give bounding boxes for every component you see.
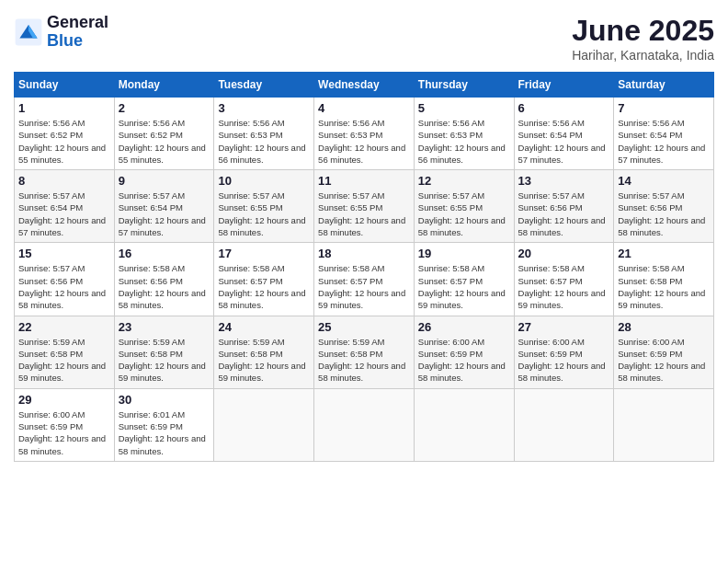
day-number: 7	[618, 101, 710, 115]
day-info: Sunrise: 5:56 AM Sunset: 6:53 PM Dayligh…	[218, 117, 310, 166]
day-cell: 21 Sunrise: 5:58 AM Sunset: 6:58 PM Dayl…	[614, 243, 714, 316]
day-number: 15	[18, 247, 110, 260]
day-number: 19	[418, 247, 510, 260]
day-number: 1	[18, 101, 110, 115]
day-cell: 8 Sunrise: 5:57 AM Sunset: 6:54 PM Dayli…	[15, 170, 115, 243]
day-number: 24	[218, 320, 310, 334]
day-info: Sunrise: 5:57 AM Sunset: 6:54 PM Dayligh…	[18, 190, 110, 238]
day-number: 27	[518, 320, 610, 334]
day-number: 4	[318, 101, 410, 115]
day-info: Sunrise: 5:58 AM Sunset: 6:56 PM Dayligh…	[119, 262, 210, 311]
week-row-4: 22 Sunrise: 5:59 AM Sunset: 6:58 PM Dayl…	[15, 316, 714, 388]
day-number: 2	[119, 101, 210, 115]
day-info: Sunrise: 5:57 AM Sunset: 6:55 PM Dayligh…	[218, 190, 310, 238]
column-header-monday: Monday	[114, 73, 214, 98]
day-info: Sunrise: 6:00 AM Sunset: 6:59 PM Dayligh…	[618, 336, 710, 385]
month-year: June 2025	[572, 14, 714, 48]
day-info: Sunrise: 5:57 AM Sunset: 6:56 PM Dayligh…	[618, 190, 710, 238]
day-cell: 5 Sunrise: 5:56 AM Sunset: 6:53 PM Dayli…	[414, 98, 514, 170]
day-cell: 30 Sunrise: 6:01 AM Sunset: 6:59 PM Dayl…	[114, 388, 214, 461]
day-number: 13	[518, 174, 610, 188]
day-number: 26	[418, 320, 510, 334]
day-cell: 1 Sunrise: 5:56 AM Sunset: 6:52 PM Dayli…	[15, 98, 115, 170]
day-cell: 6 Sunrise: 5:56 AM Sunset: 6:54 PM Dayli…	[514, 98, 614, 170]
day-cell	[514, 388, 614, 461]
day-number: 29	[18, 393, 110, 407]
page-header: General Blue June 2025 Harihar, Karnatak…	[14, 14, 714, 63]
day-cell: 9 Sunrise: 5:57 AM Sunset: 6:54 PM Dayli…	[114, 170, 214, 243]
day-cell: 27 Sunrise: 6:00 AM Sunset: 6:59 PM Dayl…	[514, 316, 614, 388]
day-number: 18	[318, 247, 410, 260]
week-row-3: 15 Sunrise: 5:57 AM Sunset: 6:56 PM Dayl…	[15, 243, 714, 316]
day-info: Sunrise: 5:57 AM Sunset: 6:55 PM Dayligh…	[418, 190, 510, 238]
day-cell: 28 Sunrise: 6:00 AM Sunset: 6:59 PM Dayl…	[614, 316, 714, 388]
day-number: 25	[318, 320, 410, 334]
day-cell: 16 Sunrise: 5:58 AM Sunset: 6:56 PM Dayl…	[114, 243, 214, 316]
day-info: Sunrise: 6:01 AM Sunset: 6:59 PM Dayligh…	[119, 408, 210, 457]
day-cell: 24 Sunrise: 5:59 AM Sunset: 6:58 PM Dayl…	[214, 316, 314, 388]
day-number: 3	[218, 101, 310, 115]
day-cell	[314, 388, 415, 461]
day-info: Sunrise: 6:00 AM Sunset: 6:59 PM Dayligh…	[18, 408, 110, 457]
column-header-saturday: Saturday	[614, 73, 714, 98]
day-number: 17	[218, 247, 310, 260]
day-info: Sunrise: 5:56 AM Sunset: 6:52 PM Dayligh…	[119, 117, 210, 166]
day-info: Sunrise: 5:59 AM Sunset: 6:58 PM Dayligh…	[318, 336, 410, 385]
day-cell: 18 Sunrise: 5:58 AM Sunset: 6:57 PM Dayl…	[314, 243, 415, 316]
day-cell: 12 Sunrise: 5:57 AM Sunset: 6:55 PM Dayl…	[414, 170, 514, 243]
day-cell: 25 Sunrise: 5:59 AM Sunset: 6:58 PM Dayl…	[314, 316, 415, 388]
logo-line2: Blue	[47, 32, 108, 51]
day-cell: 29 Sunrise: 6:00 AM Sunset: 6:59 PM Dayl…	[15, 388, 115, 461]
day-info: Sunrise: 5:58 AM Sunset: 6:57 PM Dayligh…	[318, 262, 410, 311]
title-block: June 2025 Harihar, Karnataka, India	[572, 14, 714, 63]
day-info: Sunrise: 5:58 AM Sunset: 6:57 PM Dayligh…	[518, 262, 610, 311]
day-cell: 26 Sunrise: 6:00 AM Sunset: 6:59 PM Dayl…	[414, 316, 514, 388]
week-row-5: 29 Sunrise: 6:00 AM Sunset: 6:59 PM Dayl…	[15, 388, 714, 461]
column-header-wednesday: Wednesday	[314, 73, 415, 98]
day-info: Sunrise: 5:58 AM Sunset: 6:58 PM Dayligh…	[618, 262, 710, 311]
day-cell	[414, 388, 514, 461]
day-info: Sunrise: 5:58 AM Sunset: 6:57 PM Dayligh…	[218, 262, 310, 311]
day-info: Sunrise: 5:57 AM Sunset: 6:56 PM Dayligh…	[518, 190, 610, 238]
day-number: 14	[618, 174, 710, 188]
day-info: Sunrise: 5:57 AM Sunset: 6:56 PM Dayligh…	[18, 262, 110, 311]
day-cell: 23 Sunrise: 5:59 AM Sunset: 6:58 PM Dayl…	[114, 316, 214, 388]
day-number: 28	[618, 320, 710, 334]
column-header-tuesday: Tuesday	[214, 73, 314, 98]
day-number: 21	[618, 247, 710, 260]
calendar: SundayMondayTuesdayWednesdayThursdayFrid…	[14, 72, 714, 462]
week-row-1: 1 Sunrise: 5:56 AM Sunset: 6:52 PM Dayli…	[15, 98, 714, 170]
day-cell: 15 Sunrise: 5:57 AM Sunset: 6:56 PM Dayl…	[15, 243, 115, 316]
day-number: 9	[119, 174, 210, 188]
day-cell: 3 Sunrise: 5:56 AM Sunset: 6:53 PM Dayli…	[214, 98, 314, 170]
column-header-friday: Friday	[514, 73, 614, 98]
day-info: Sunrise: 5:57 AM Sunset: 6:54 PM Dayligh…	[119, 190, 210, 238]
day-number: 20	[518, 247, 610, 260]
day-info: Sunrise: 5:56 AM Sunset: 6:53 PM Dayligh…	[318, 117, 410, 166]
day-number: 10	[218, 174, 310, 188]
day-info: Sunrise: 5:56 AM Sunset: 6:52 PM Dayligh…	[18, 117, 110, 166]
day-cell: 13 Sunrise: 5:57 AM Sunset: 6:56 PM Dayl…	[514, 170, 614, 243]
day-number: 22	[18, 320, 110, 334]
day-cell: 10 Sunrise: 5:57 AM Sunset: 6:55 PM Dayl…	[214, 170, 314, 243]
day-info: Sunrise: 5:59 AM Sunset: 6:58 PM Dayligh…	[119, 336, 210, 385]
week-row-2: 8 Sunrise: 5:57 AM Sunset: 6:54 PM Dayli…	[15, 170, 714, 243]
day-number: 6	[518, 101, 610, 115]
calendar-header-row: SundayMondayTuesdayWednesdayThursdayFrid…	[15, 73, 714, 98]
day-cell: 22 Sunrise: 5:59 AM Sunset: 6:58 PM Dayl…	[15, 316, 115, 388]
day-info: Sunrise: 5:57 AM Sunset: 6:55 PM Dayligh…	[318, 190, 410, 238]
location: Harihar, Karnataka, India	[572, 48, 714, 63]
day-number: 8	[18, 174, 110, 188]
day-number: 16	[119, 247, 210, 260]
logo: General Blue	[14, 14, 108, 51]
day-cell	[614, 388, 714, 461]
day-info: Sunrise: 6:00 AM Sunset: 6:59 PM Dayligh…	[518, 336, 610, 385]
day-cell: 17 Sunrise: 5:58 AM Sunset: 6:57 PM Dayl…	[214, 243, 314, 316]
logo-icon	[14, 17, 43, 47]
day-cell: 7 Sunrise: 5:56 AM Sunset: 6:54 PM Dayli…	[614, 98, 714, 170]
day-cell: 4 Sunrise: 5:56 AM Sunset: 6:53 PM Dayli…	[314, 98, 415, 170]
day-number: 12	[418, 174, 510, 188]
day-cell: 14 Sunrise: 5:57 AM Sunset: 6:56 PM Dayl…	[614, 170, 714, 243]
day-number: 11	[318, 174, 410, 188]
column-header-sunday: Sunday	[15, 73, 115, 98]
